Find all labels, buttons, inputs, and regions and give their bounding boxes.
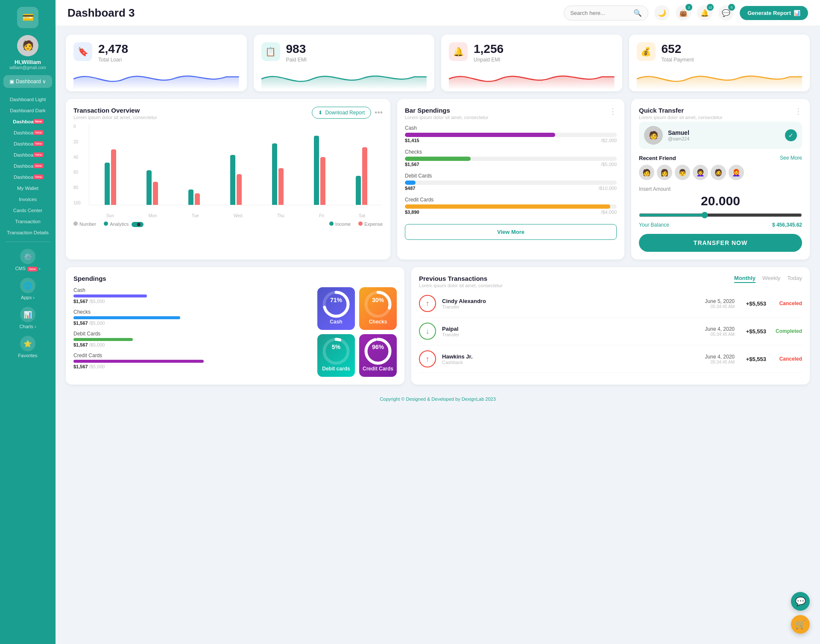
- chart-legend: Number Analytics Income Expense: [73, 221, 383, 227]
- prev-tx-title-group: Previous Transactions Lorem ipsum dolor …: [419, 275, 503, 288]
- spending-bar-item: Debit Cards $487 /$10,000: [405, 173, 617, 191]
- view-more-button[interactable]: View More: [405, 224, 617, 240]
- stat-card-value: 652: [662, 42, 694, 56]
- quick-transfer-subtitle: Lorem ipsum dolor sit amet, consectetur: [639, 115, 723, 120]
- sidebar-nav-item[interactable]: Dashboard Dark: [7, 105, 49, 116]
- sidebar-divider: [6, 242, 50, 242]
- more-options-button[interactable]: •••: [375, 108, 383, 117]
- sidebar-nav-item[interactable]: Dashboard 6New: [7, 149, 49, 160]
- stat-card-wave: [73, 66, 239, 90]
- sidebar-nav-item[interactable]: My Wallet: [7, 183, 49, 194]
- spending-item: Cash $1,567 /$5,000: [73, 287, 310, 304]
- sidebar-nav-item[interactable]: Transaction Details: [7, 227, 49, 238]
- bar-group: [89, 149, 131, 205]
- transfer-now-button[interactable]: TRANSFER NOW: [639, 234, 802, 252]
- search-input[interactable]: [570, 10, 630, 16]
- tx-amount: +$5,553: [741, 300, 766, 307]
- new-badge: New: [33, 130, 44, 135]
- sidebar-nav-item[interactable]: Dashboard 5New: [7, 138, 49, 149]
- spending-bar-track: [405, 204, 617, 209]
- header-right: 🔍 🌙 👜 2 🔔 12 💬 5 Generate Report 📊: [564, 5, 808, 20]
- transaction-overview-card: Transaction Overview Lorem ipsum dolor s…: [66, 99, 390, 259]
- sidebar-logo[interactable]: 💳: [17, 7, 38, 28]
- friend-avatar[interactable]: 👩‍🦰: [729, 165, 744, 180]
- prev-tx-tabs: MonthlyWeeklyToday: [734, 275, 802, 283]
- message-notification-button[interactable]: 💬 5: [718, 5, 734, 20]
- stat-card-icon: 🔔: [449, 42, 468, 61]
- theme-toggle-button[interactable]: 🌙: [654, 5, 670, 20]
- sidebar-nav-item[interactable]: Cards Center: [7, 205, 49, 216]
- stat-card-values: 983 Paid EMI: [286, 42, 307, 63]
- friend-avatar[interactable]: 👩: [657, 165, 672, 180]
- dashboard-icon: ▣: [9, 79, 14, 85]
- sidebar-nav-item[interactable]: Transaction: [7, 216, 49, 227]
- friends-avatars: 🧑👩👨👩‍🦱🧔👩‍🦰: [639, 165, 802, 180]
- prev-tx-tab[interactable]: Monthly: [734, 275, 756, 283]
- friend-avatar[interactable]: 🧔: [711, 165, 726, 180]
- stat-card: 🔔 1,256 Unpaid EMI: [441, 35, 622, 91]
- tx-info: Paipal Transfer: [442, 326, 699, 337]
- sidebar-nav-item[interactable]: Dashboard 7New: [7, 160, 49, 172]
- spending-bar-label: Cash: [405, 125, 617, 131]
- amount-slider[interactable]: [639, 212, 802, 219]
- expense-bar: [195, 193, 200, 205]
- sidebar-nav-item[interactable]: Dashboard 4New: [7, 127, 49, 138]
- sidebar-nav-item[interactable]: Dashboard Light: [7, 94, 49, 105]
- income-bar: [272, 143, 277, 205]
- donut-label: Cash: [330, 319, 342, 325]
- x-axis-label: Sun: [106, 213, 114, 218]
- x-axis-label: Mon: [149, 213, 157, 218]
- bar-spendings-card: Bar Spendings Lorem ipsum dolor sit amet…: [397, 99, 624, 259]
- stat-card-icon: 🔖: [73, 42, 92, 61]
- stat-card-top: 🔖 2,478 Total Loan: [73, 42, 239, 63]
- friend-avatar[interactable]: 🧑: [639, 165, 654, 180]
- spending-item-bar: [73, 316, 180, 319]
- see-more-link[interactable]: See More: [780, 155, 802, 161]
- search-icon[interactable]: 🔍: [633, 9, 642, 17]
- stat-card-top: 💰 652 Total Payment: [637, 42, 802, 63]
- generate-report-button[interactable]: Generate Report 📊: [740, 6, 808, 20]
- sidebar-nav-item[interactable]: Dashboard 8New: [7, 172, 49, 183]
- bar-spendings-more-button[interactable]: ⋮: [609, 107, 617, 116]
- tx-icon: ↑: [419, 295, 436, 312]
- tx-time: 05:34:45 AM: [705, 332, 735, 337]
- tx-info: Hawkins Jr. Cashback: [442, 353, 699, 365]
- download-report-button[interactable]: ⬇ Download Report: [312, 107, 371, 119]
- tx-icon: ↓: [419, 323, 436, 340]
- stat-card-label: Unpaid EMI: [474, 57, 504, 63]
- prev-tx-tab[interactable]: Today: [787, 275, 802, 283]
- wallet-notification-button[interactable]: 👜 2: [676, 5, 691, 20]
- transfer-user: 🧑 Samuel @sam224 ✓: [639, 122, 802, 149]
- sidebar-dashboard-button[interactable]: ▣ Dashboard ∨: [3, 75, 52, 88]
- sidebar-icon-btns: ⚙️ CMSNew ›🌐 Apps ›📊 Charts ›⭐ Favorites: [15, 245, 40, 361]
- stat-card-icon: 💰: [637, 42, 656, 61]
- download-icon: ⬇: [318, 110, 322, 116]
- stat-card: 💰 652 Total Payment: [629, 35, 810, 91]
- tx-status: Canceled: [772, 356, 802, 362]
- friend-avatar[interactable]: 👨: [675, 165, 690, 180]
- wallet-badge: 2: [685, 4, 692, 11]
- chat-fab-button[interactable]: 💬: [791, 592, 810, 611]
- sidebar-icon-btn[interactable]: 🌐 Apps ›: [15, 274, 40, 303]
- quick-transfer-more-button[interactable]: ⋮: [794, 107, 802, 116]
- quick-transfer-title-group: Quick Transfer Lorem ipsum dolor sit ame…: [639, 107, 723, 120]
- bell-notification-button[interactable]: 🔔 12: [697, 5, 712, 20]
- prev-tx-tab[interactable]: Weekly: [762, 275, 780, 283]
- sidebar-icon-btn[interactable]: 📊 Charts ›: [15, 303, 40, 332]
- sidebar-nav-item[interactable]: Dashboard 3New: [7, 116, 49, 127]
- spending-bar-track: [405, 157, 617, 161]
- cart-fab-button[interactable]: 🛒: [791, 615, 810, 634]
- friend-avatar[interactable]: 👩‍🦱: [693, 165, 708, 180]
- header: Dashboard 3 🔍 🌙 👜 2 🔔 12 💬 5 Generate Re…: [56, 0, 820, 26]
- sidebar-icon-btn[interactable]: ⚙️ CMSNew ›: [15, 245, 40, 274]
- quick-transfer-header: Quick Transfer Lorem ipsum dolor sit ame…: [639, 107, 802, 120]
- donut-card: 71% Cash: [317, 287, 355, 330]
- sidebar-icon-btn[interactable]: ⭐ Favorites: [15, 332, 40, 361]
- donut-svg: [363, 290, 392, 319]
- x-axis-label: Tue: [192, 213, 199, 218]
- stat-card-value: 2,478: [98, 42, 128, 56]
- sidebar-nav-item[interactable]: Invoices: [7, 194, 49, 205]
- x-axis-label: Thu: [277, 213, 284, 218]
- donut-svg: [363, 337, 392, 366]
- income-bar: [230, 155, 235, 205]
